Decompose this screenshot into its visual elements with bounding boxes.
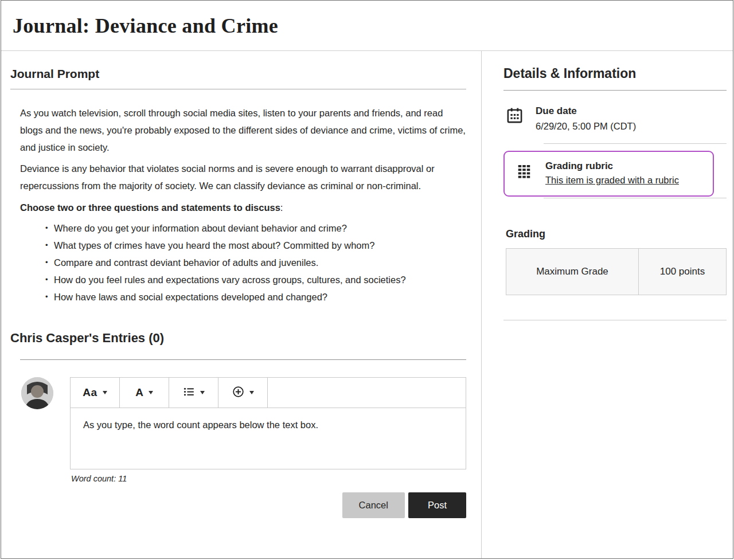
editor-toolbar: Aa A bbox=[70, 377, 466, 408]
grading-row-label: Maximum Grade bbox=[506, 249, 639, 295]
divider bbox=[544, 143, 727, 144]
entry-actions: Cancel Post bbox=[70, 492, 466, 518]
journal-prompt-body: As you watch television, scroll through … bbox=[10, 104, 466, 306]
divider bbox=[10, 89, 466, 89]
due-date-row: Due date 6/29/20, 5:00 PM (CDT) bbox=[503, 105, 727, 132]
entry-editor-row: Aa A bbox=[21, 377, 466, 518]
page-header: Journal: Deviance and Crime bbox=[1, 1, 733, 51]
journal-prompt-heading: Journal Prompt bbox=[10, 67, 466, 81]
bullet-list-button[interactable] bbox=[169, 378, 218, 408]
entries-heading: Chris Casper's Entries (0) bbox=[10, 331, 466, 346]
prompt-question: What types of crimes have you heard the … bbox=[45, 237, 466, 254]
bullet-list-icon bbox=[183, 386, 195, 400]
rubric-text: Grading rubric This item is graded with … bbox=[545, 160, 679, 186]
insert-button[interactable] bbox=[218, 378, 268, 408]
rubric-link[interactable]: This item is graded with a rubric bbox=[545, 175, 679, 186]
prompt-instruction-colon: : bbox=[280, 202, 283, 213]
word-count: Word count: 11 bbox=[71, 474, 466, 483]
entry-editor: Aa A bbox=[70, 377, 466, 518]
details-panel: Details & Information bbox=[482, 51, 733, 558]
prompt-question: How have laws and social expectations de… bbox=[45, 288, 466, 306]
chevron-down-icon bbox=[149, 391, 153, 394]
due-date-text: Due date 6/29/20, 5:00 PM (CDT) bbox=[536, 105, 636, 132]
prompt-instruction: Choose two or three questions and statem… bbox=[20, 199, 466, 216]
details-heading: Details & Information bbox=[503, 66, 727, 81]
prompt-paragraph: As you watch television, scroll through … bbox=[20, 104, 466, 156]
prompt-question: Where do you get your information about … bbox=[45, 220, 466, 237]
divider bbox=[503, 90, 727, 91]
calendar-icon bbox=[506, 105, 524, 127]
divider bbox=[20, 359, 466, 360]
cancel-button[interactable]: Cancel bbox=[342, 492, 405, 518]
due-date-value: 6/29/20, 5:00 PM (CDT) bbox=[536, 121, 636, 132]
due-date-label: Due date bbox=[536, 105, 636, 117]
chevron-down-icon bbox=[103, 391, 107, 394]
prompt-instruction-bold: Choose two or three questions and statem… bbox=[20, 202, 280, 213]
text-style-button[interactable]: Aa bbox=[71, 378, 120, 408]
text-style-icon: Aa bbox=[83, 386, 97, 399]
rubric-label: Grading rubric bbox=[545, 160, 679, 172]
page-title: Journal: Deviance and Crime bbox=[13, 14, 278, 38]
grading-table: Maximum Grade 100 points bbox=[506, 248, 727, 295]
chevron-down-icon bbox=[200, 391, 205, 394]
grading-row-value: 100 points bbox=[639, 249, 726, 295]
journal-page: Journal: Deviance and Crime Journal Prom… bbox=[1, 0, 733, 559]
chevron-down-icon bbox=[249, 391, 254, 394]
text-color-icon: A bbox=[135, 386, 143, 399]
main-content: Journal Prompt As you watch television, … bbox=[1, 51, 733, 558]
journal-column: Journal Prompt As you watch television, … bbox=[1, 51, 482, 558]
divider bbox=[503, 320, 727, 320]
avatar bbox=[21, 377, 53, 409]
text-color-button[interactable]: A bbox=[120, 378, 169, 408]
insert-icon bbox=[232, 386, 244, 400]
grading-rubric-callout: Grading rubric This item is graded with … bbox=[503, 151, 714, 197]
prompt-paragraph: Deviance is any behavior that violates s… bbox=[20, 160, 466, 194]
post-button[interactable]: Post bbox=[408, 492, 466, 518]
prompt-question: How do you feel rules and expectations v… bbox=[45, 271, 466, 288]
prompt-question: Compare and contrast deviant behavior of… bbox=[45, 254, 466, 271]
prompt-question-list: Where do you get your information about … bbox=[20, 220, 466, 306]
rubric-icon bbox=[516, 160, 534, 182]
entry-text-input[interactable]: As you type, the word count appears belo… bbox=[70, 408, 466, 469]
grading-heading: Grading bbox=[503, 228, 727, 240]
divider bbox=[544, 198, 727, 198]
